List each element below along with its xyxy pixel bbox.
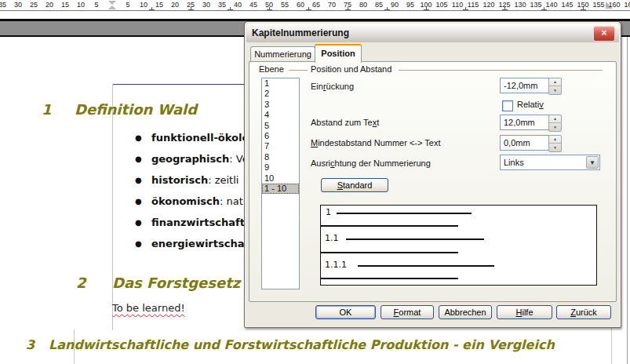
ausrichtung-label: Ausrichtung der Nummerierung bbox=[311, 158, 431, 168]
list-item: ●funktionell-ökolo bbox=[135, 132, 249, 144]
bullet-term: funktionell-ökolo bbox=[151, 132, 249, 144]
note-text: To be learned! bbox=[112, 302, 185, 314]
preview-line bbox=[321, 252, 458, 253]
relativ-label: Relativ bbox=[517, 100, 544, 109]
abstand-spinner[interactable]: ▲ ▼ bbox=[548, 115, 562, 132]
preview-line bbox=[321, 225, 458, 227]
spinner-up-icon[interactable]: ▲ bbox=[549, 78, 561, 86]
bullet-icon: ● bbox=[135, 176, 151, 184]
preview-line bbox=[337, 213, 472, 214]
zurueck-button[interactable]: Zurück bbox=[556, 305, 611, 319]
level-item[interactable]: 3 bbox=[262, 100, 299, 110]
bullet-icon: ● bbox=[135, 133, 151, 142]
mindestabstand-spinner[interactable]: ▲ ▼ bbox=[548, 135, 562, 152]
dialog-buttons: OKFormatAbbrechenHilfeZurück bbox=[245, 305, 621, 321]
einrueckung-input[interactable]: -12,0mm bbox=[500, 78, 549, 93]
bullet-term: historisch bbox=[151, 174, 208, 186]
spinner-down-icon[interactable]: ▼ bbox=[549, 144, 561, 151]
level-item[interactable]: 2 bbox=[262, 89, 299, 99]
level-item[interactable]: 10 bbox=[262, 173, 299, 184]
bullet-rest: : nat bbox=[220, 195, 243, 207]
level-item[interactable]: 1 - 10 bbox=[262, 184, 299, 194]
preview-line bbox=[358, 265, 494, 267]
hilfe-button[interactable]: Hilfe bbox=[497, 305, 552, 319]
group-divider bbox=[289, 70, 308, 71]
tab-position[interactable]: Position bbox=[315, 44, 362, 63]
chapter-numbering-dialog: Kapitelnummerierung × Nummerierung Posit… bbox=[244, 21, 621, 328]
level-item[interactable]: 7 bbox=[262, 141, 299, 151]
level-item[interactable]: 8 bbox=[262, 152, 299, 162]
list-item: ●ökonomisch: nat bbox=[135, 195, 243, 207]
preview-number: 1 bbox=[326, 207, 331, 217]
level-item[interactable]: 9 bbox=[262, 162, 299, 173]
preview-line bbox=[321, 278, 458, 279]
bullet-icon: ● bbox=[135, 239, 151, 248]
bullet-icon: ● bbox=[135, 197, 151, 206]
position-group-label: Position und Abstand bbox=[311, 64, 391, 74]
bullet-term: ökonomisch bbox=[151, 195, 220, 207]
einrueckung-spinner[interactable]: ▲ ▼ bbox=[548, 78, 562, 95]
dialog-titlebar[interactable]: Kapitelnummerierung × bbox=[246, 24, 619, 42]
group-divider bbox=[399, 70, 603, 71]
spinner-up-icon[interactable]: ▲ bbox=[549, 115, 561, 123]
mindestabstand-input[interactable]: 0,0mm bbox=[500, 135, 549, 151]
spinner-down-icon[interactable]: ▼ bbox=[549, 124, 561, 131]
bullet-term: geographisch bbox=[151, 153, 229, 165]
abstand-input[interactable]: 12,0mm bbox=[500, 115, 549, 130]
chapter-heading-3: 3 Landwirtschaftliche und Forstwirtschaf… bbox=[0, 337, 630, 356]
list-item: ●finanzwirtschaft bbox=[135, 217, 245, 228]
preview-number: 1.1.1 bbox=[325, 260, 347, 270]
list-item: ●energiewirtschaft bbox=[135, 238, 253, 249]
einrueckung-label: Einrückung bbox=[311, 82, 354, 91]
format-button[interactable]: Format bbox=[381, 305, 434, 319]
level-listbox[interactable]: 123456789101 - 10 bbox=[261, 78, 300, 289]
level-item[interactable]: 6 bbox=[262, 131, 299, 141]
heading-number: 1 bbox=[42, 101, 52, 118]
ok-button[interactable]: OK bbox=[315, 305, 376, 319]
level-item[interactable]: 5 bbox=[262, 121, 299, 131]
bullet-term: finanzwirtschaft bbox=[151, 217, 245, 228]
heading-number: 2 bbox=[76, 275, 86, 291]
preview-line bbox=[346, 238, 484, 240]
level-item[interactable]: 1 bbox=[262, 78, 299, 89]
preview-number: 1.1 bbox=[325, 233, 339, 243]
heading-number: 3 bbox=[26, 337, 35, 352]
heading-text: Das Forstgesetz bbox=[112, 275, 240, 291]
abstand-label: Abstand zum Text bbox=[311, 118, 379, 127]
abbrechen-button[interactable]: Abbrechen bbox=[439, 305, 492, 319]
bullet-icon: ● bbox=[135, 218, 151, 227]
list-item: ●historisch: zeitli bbox=[135, 174, 239, 186]
heading-text: Definition Wald bbox=[75, 101, 197, 118]
heading-text: Landwirtschaftliche und Forstwirtschaftl… bbox=[49, 337, 555, 352]
ausrichtung-select[interactable]: Links ▼ bbox=[500, 155, 600, 170]
numbering-preview: 1 1.1 1.1.1 bbox=[320, 205, 597, 286]
spinner-down-icon[interactable]: ▼ bbox=[549, 87, 561, 94]
list-item: ●geographisch: Ve bbox=[135, 153, 249, 165]
dialog-title: Kapitelnummerierung bbox=[252, 24, 349, 42]
position-tab-panel: Ebene Position und Abstand 123456789101 … bbox=[249, 61, 617, 302]
bullet-rest: : zeitli bbox=[208, 174, 239, 186]
standard-button[interactable]: Standard bbox=[321, 178, 388, 192]
level-group-label: Ebene bbox=[259, 64, 284, 74]
ausrichtung-value: Links bbox=[504, 158, 524, 167]
mindestabstand-label: Mindestabstand Nummer <-> Text bbox=[311, 138, 441, 147]
bullet-term: energiewirtschaft bbox=[151, 238, 253, 249]
tab-nummerierung[interactable]: Nummerierung bbox=[250, 46, 315, 61]
chevron-down-icon[interactable]: ▼ bbox=[586, 156, 599, 169]
writer-window: 3530252015105510152025303540455055606570… bbox=[0, 0, 630, 364]
relativ-checkbox[interactable] bbox=[502, 100, 513, 111]
level-item[interactable]: 4 bbox=[262, 110, 299, 120]
bullet-icon: ● bbox=[135, 155, 151, 163]
spinner-up-icon[interactable]: ▲ bbox=[549, 136, 561, 144]
close-icon[interactable]: × bbox=[593, 26, 615, 42]
